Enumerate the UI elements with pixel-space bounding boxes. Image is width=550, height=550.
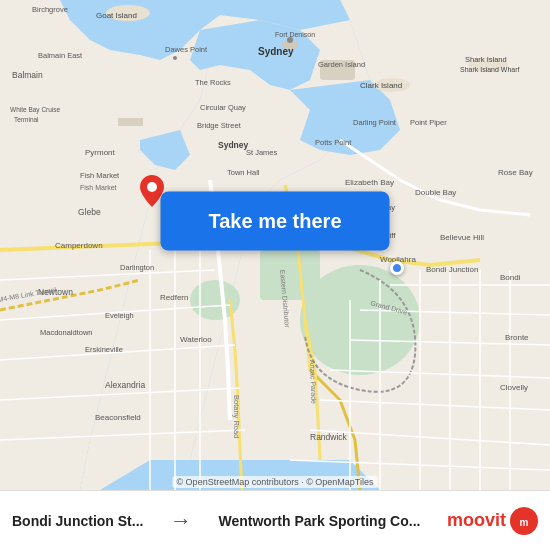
- svg-text:Fish Market: Fish Market: [80, 184, 117, 191]
- moovit-text: moovit: [447, 510, 506, 531]
- svg-text:Darlington: Darlington: [120, 263, 154, 272]
- svg-text:St James: St James: [246, 148, 278, 157]
- svg-text:Garden Island: Garden Island: [318, 60, 365, 69]
- map-attribution: © OpenStreetMap contributors · © OpenMap…: [172, 476, 377, 488]
- svg-text:Bondi Junction: Bondi Junction: [426, 265, 478, 274]
- svg-text:Waterloo: Waterloo: [180, 335, 212, 344]
- moovit-logo: moovit m: [447, 507, 538, 535]
- svg-text:Sydney: Sydney: [218, 140, 249, 150]
- svg-text:Beaconsfield: Beaconsfield: [95, 413, 141, 422]
- svg-rect-33: [118, 118, 143, 126]
- svg-text:Sydney: Sydney: [258, 46, 294, 57]
- map-container: Goat Island Clark Island Sydney Shark Is…: [0, 0, 550, 490]
- svg-text:Bronte: Bronte: [505, 333, 529, 342]
- from-station-info: Bondi Junction St...: [12, 513, 143, 529]
- svg-text:Camperdown: Camperdown: [55, 241, 103, 250]
- svg-text:Birchgrove: Birchgrove: [32, 5, 68, 14]
- arrow-icon: →: [170, 508, 192, 534]
- svg-text:Goat Island: Goat Island: [96, 11, 137, 20]
- svg-text:White Bay Cruise: White Bay Cruise: [10, 106, 61, 114]
- svg-text:Macdonaldtown: Macdonaldtown: [40, 328, 93, 337]
- svg-text:Dawes Point: Dawes Point: [165, 45, 208, 54]
- svg-text:Shark Island: Shark Island: [465, 55, 507, 64]
- svg-text:Rose Bay: Rose Bay: [498, 168, 533, 177]
- svg-text:Bondi: Bondi: [500, 273, 521, 282]
- svg-text:m: m: [520, 516, 529, 527]
- svg-text:Botany Road: Botany Road: [232, 395, 241, 438]
- moovit-icon: m: [510, 507, 538, 535]
- svg-text:Clark Island: Clark Island: [360, 81, 402, 90]
- svg-text:Alexandria: Alexandria: [105, 380, 145, 390]
- take-me-there-button[interactable]: Take me there: [160, 191, 389, 250]
- svg-text:Town Hall: Town Hall: [227, 168, 260, 177]
- svg-text:Elizabeth Bay: Elizabeth Bay: [345, 178, 394, 187]
- svg-text:Circular Quay: Circular Quay: [200, 103, 246, 112]
- svg-text:Terminal: Terminal: [14, 116, 39, 123]
- svg-point-5: [300, 265, 420, 375]
- from-station-name: Bondi Junction St...: [12, 513, 143, 529]
- svg-text:Pyrmont: Pyrmont: [85, 148, 116, 157]
- svg-text:Point Piper: Point Piper: [410, 118, 447, 127]
- svg-text:Clovelly: Clovelly: [500, 383, 528, 392]
- to-station-info: Wentworth Park Sporting Co...: [218, 513, 420, 529]
- svg-text:The Rocks: The Rocks: [195, 78, 231, 87]
- svg-text:Bridge Street: Bridge Street: [197, 121, 242, 130]
- svg-point-89: [173, 56, 177, 60]
- svg-text:Fish Market: Fish Market: [80, 171, 120, 180]
- svg-text:Shark Island Wharf: Shark Island Wharf: [460, 66, 520, 73]
- svg-text:Glebe: Glebe: [78, 207, 101, 217]
- to-station-name: Wentworth Park Sporting Co...: [218, 513, 420, 529]
- svg-text:Potts Point: Potts Point: [315, 138, 352, 147]
- svg-text:Erskineville: Erskineville: [85, 345, 123, 354]
- current-location-dot: [390, 261, 404, 275]
- svg-text:Balmain: Balmain: [12, 70, 43, 80]
- svg-text:Redfern: Redfern: [160, 293, 188, 302]
- svg-text:Eveleigh: Eveleigh: [105, 311, 134, 320]
- svg-text:Bellevue Hill: Bellevue Hill: [440, 233, 484, 242]
- svg-text:Randwick: Randwick: [310, 432, 348, 442]
- svg-text:Balmain East: Balmain East: [38, 51, 83, 60]
- bottom-bar: Bondi Junction St... → Wentworth Park Sp…: [0, 490, 550, 550]
- svg-text:Double Bay: Double Bay: [415, 188, 456, 197]
- svg-text:Darling Point: Darling Point: [353, 118, 397, 127]
- svg-text:Fort Denison: Fort Denison: [275, 31, 315, 38]
- svg-point-90: [147, 182, 157, 192]
